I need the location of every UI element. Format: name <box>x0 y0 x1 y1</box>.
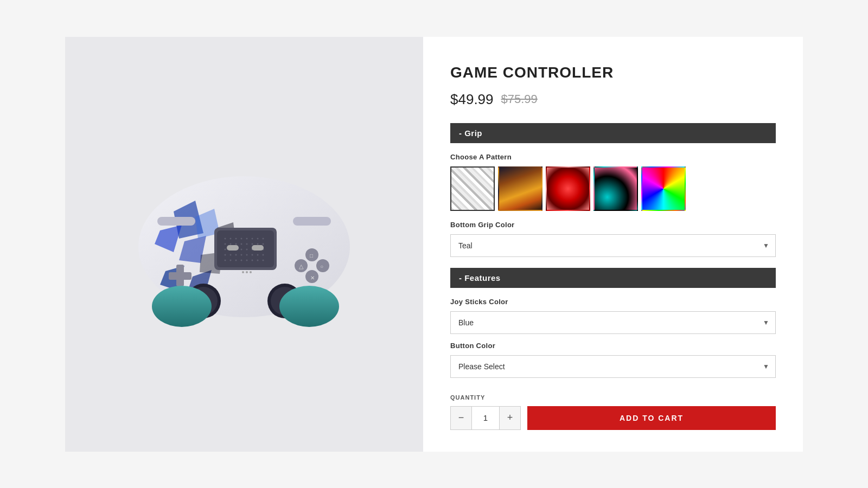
quantity-value: 1 <box>472 406 499 430</box>
pattern-grid <box>450 166 776 211</box>
svg-point-49 <box>257 260 259 261</box>
bottom-grip-select[interactable]: Teal Black Red Blue White <box>450 234 776 257</box>
price-current: $49.99 <box>450 91 494 108</box>
svg-point-43 <box>225 260 226 261</box>
product-image: △ □ ○ ✕ <box>108 146 380 342</box>
button-color-label: Button Color <box>450 342 776 350</box>
svg-point-14 <box>241 238 242 240</box>
svg-point-25 <box>257 243 259 245</box>
svg-point-18 <box>263 238 264 240</box>
price-original: $75.99 <box>501 92 538 106</box>
svg-point-19 <box>225 243 226 245</box>
svg-point-48 <box>252 260 253 261</box>
joy-sticks-select-wrapper: Blue Black Red White Green ▼ <box>450 311 776 334</box>
pattern-swatch-0[interactable] <box>450 166 495 211</box>
svg-point-36 <box>230 254 232 256</box>
svg-point-16 <box>252 238 253 240</box>
svg-point-11 <box>225 238 226 240</box>
svg-point-41 <box>257 254 259 256</box>
svg-point-37 <box>235 254 237 256</box>
price-section: $49.99 $75.99 <box>450 91 776 108</box>
svg-point-66 <box>279 286 339 327</box>
svg-point-69 <box>250 271 252 273</box>
quantity-section: QUANTITY − 1 + ADD TO CART <box>450 394 776 430</box>
pattern-swatch-2[interactable] <box>546 166 590 211</box>
product-title: GAME CONTROLLER <box>450 64 776 81</box>
svg-point-20 <box>230 243 232 245</box>
svg-text:△: △ <box>299 263 304 269</box>
quantity-decrement-button[interactable]: − <box>450 406 472 430</box>
svg-point-45 <box>235 260 237 261</box>
svg-point-35 <box>225 254 226 256</box>
joy-sticks-select[interactable]: Blue Black Red White Green <box>450 311 776 334</box>
product-page: △ □ ○ ✕ GA <box>65 37 803 452</box>
svg-point-21 <box>235 243 237 245</box>
grip-section: - Grip Choose A Pattern <box>450 123 776 257</box>
grip-section-header: - Grip <box>450 123 776 143</box>
bottom-grip-select-wrapper: Teal Black Red Blue White ▼ <box>450 234 776 257</box>
svg-rect-72 <box>227 245 239 251</box>
svg-point-12 <box>230 238 232 240</box>
svg-text:□: □ <box>310 253 313 259</box>
svg-point-50 <box>263 260 264 261</box>
features-section: - Features Joy Sticks Color Blue Black R… <box>450 268 776 378</box>
svg-point-40 <box>252 254 253 256</box>
svg-point-24 <box>252 243 253 245</box>
svg-point-42 <box>263 254 264 256</box>
svg-point-15 <box>246 238 248 240</box>
features-section-header: - Features <box>450 268 776 288</box>
pattern-swatch-3[interactable] <box>593 166 638 211</box>
svg-point-65 <box>152 286 212 327</box>
svg-rect-73 <box>252 245 264 251</box>
svg-point-31 <box>246 249 248 251</box>
joy-sticks-label: Joy Sticks Color <box>450 298 776 306</box>
svg-point-27 <box>225 249 226 251</box>
pattern-swatch-1[interactable] <box>498 166 542 211</box>
pattern-swatch-4[interactable] <box>641 166 686 211</box>
svg-point-39 <box>246 254 248 256</box>
svg-rect-71 <box>293 217 331 226</box>
bottom-grip-label: Bottom Grip Color <box>450 221 776 229</box>
svg-point-46 <box>241 260 242 261</box>
button-color-select[interactable]: Please Select Black Red Blue White <box>450 355 776 378</box>
svg-text:✕: ✕ <box>310 275 315 281</box>
svg-point-47 <box>246 260 248 261</box>
svg-text:○: ○ <box>320 264 323 269</box>
svg-point-22 <box>241 243 242 245</box>
svg-point-13 <box>235 238 237 240</box>
svg-rect-52 <box>169 272 192 280</box>
quantity-label: QUANTITY <box>450 394 776 401</box>
quantity-row: − 1 + ADD TO CART <box>450 406 776 430</box>
svg-point-38 <box>241 254 242 256</box>
svg-point-68 <box>246 271 248 273</box>
svg-point-23 <box>246 243 248 245</box>
svg-point-30 <box>241 249 242 251</box>
svg-point-67 <box>242 271 244 273</box>
svg-point-17 <box>257 238 259 240</box>
button-color-select-wrapper: Please Select Black Red Blue White ▼ <box>450 355 776 378</box>
quantity-increment-button[interactable]: + <box>499 406 521 430</box>
svg-point-26 <box>263 243 264 245</box>
pattern-label: Choose A Pattern <box>450 153 776 161</box>
add-to-cart-button[interactable]: ADD TO CART <box>527 406 776 430</box>
svg-rect-70 <box>157 217 195 226</box>
product-image-section: △ □ ○ ✕ <box>65 37 423 452</box>
product-details: GAME CONTROLLER $49.99 $75.99 - Grip Cho… <box>423 37 803 452</box>
svg-point-44 <box>230 260 232 261</box>
